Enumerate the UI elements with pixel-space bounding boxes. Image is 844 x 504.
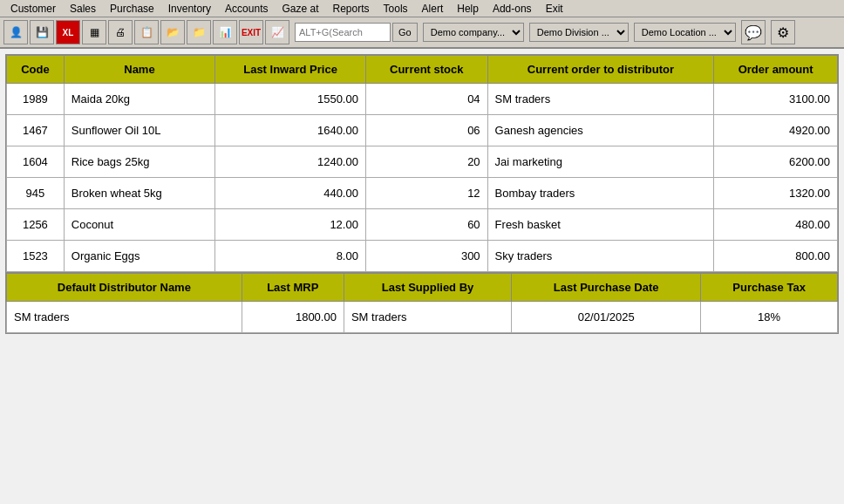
bottom-table: Default Distributor Name Last MRP Last S… bbox=[6, 272, 838, 333]
division-dropdown[interactable]: Demo Division ... bbox=[529, 23, 629, 42]
bottom-cell-last-purchase-date: 02/01/2025 bbox=[512, 302, 701, 333]
cell-last-inward-price: 440.00 bbox=[215, 178, 366, 209]
cell-last-inward-price: 1640.00 bbox=[215, 115, 366, 146]
toolbar-btn-6[interactable]: 📋 bbox=[134, 20, 159, 44]
cell-code: 1523 bbox=[7, 241, 65, 272]
bottom-cell-last-mrp: 1800.00 bbox=[242, 302, 344, 333]
cell-code: 1604 bbox=[7, 146, 65, 178]
cell-order-amount: 3100.00 bbox=[714, 84, 838, 115]
cell-current-order-dist: Ganesh agencies bbox=[487, 115, 714, 146]
cell-last-inward-price: 12.00 bbox=[215, 209, 366, 241]
bottom-table-row: SM traders 1800.00 SM traders 02/01/2025… bbox=[7, 302, 838, 333]
cell-order-amount: 800.00 bbox=[714, 241, 838, 272]
cell-name: Maida 20kg bbox=[64, 84, 214, 115]
toolbar-btn-exit[interactable]: EXIT bbox=[239, 20, 263, 44]
cell-last-inward-price: 1240.00 bbox=[215, 146, 366, 178]
menu-alert[interactable]: Alert bbox=[415, 2, 451, 16]
bottom-col-last-mrp: Last MRP bbox=[242, 273, 344, 302]
main-table: Code Name Last Inward Price Current stoc… bbox=[6, 55, 838, 272]
menubar: Customer Sales Purchase Inventory Accoun… bbox=[0, 0, 844, 17]
toolbar-btn-2[interactable]: 💾 bbox=[30, 20, 54, 44]
cell-order-amount: 1320.00 bbox=[714, 178, 838, 209]
toolbar-btn-10[interactable]: 📈 bbox=[265, 20, 289, 44]
cell-last-inward-price: 1550.00 bbox=[215, 84, 366, 115]
toolbar: 👤 💾 XL ▦ 🖨 📋 📂 📁 📊 EXIT 📈 Go Demo compan… bbox=[0, 17, 844, 49]
cell-order-amount: 4920.00 bbox=[714, 115, 838, 146]
cell-code: 945 bbox=[7, 178, 65, 209]
menu-reports[interactable]: Reports bbox=[326, 2, 377, 16]
cell-order-amount: 6200.00 bbox=[714, 146, 838, 178]
cell-current-stock: 06 bbox=[365, 115, 487, 146]
cell-current-order-dist: Sky traders bbox=[487, 241, 714, 272]
menu-gaze-at[interactable]: Gaze at bbox=[275, 2, 325, 16]
search-input[interactable] bbox=[295, 23, 391, 42]
cell-name: Broken wheat 5kg bbox=[64, 178, 214, 209]
menu-tools[interactable]: Tools bbox=[377, 2, 415, 16]
cell-code: 1467 bbox=[7, 115, 65, 146]
table-row: 1989 Maida 20kg 1550.00 04 SM traders 31… bbox=[7, 84, 838, 115]
tables-wrapper: Code Name Last Inward Price Current stoc… bbox=[5, 54, 839, 334]
table-row: 1256 Coconut 12.00 60 Fresh basket 480.0… bbox=[7, 209, 838, 241]
col-header-order-amount: Order amount bbox=[714, 56, 838, 84]
chat-icon-btn[interactable]: 💬 bbox=[741, 20, 766, 44]
col-header-current-stock: Current stock bbox=[365, 56, 487, 84]
cell-name: Organic Eggs bbox=[64, 241, 214, 272]
bottom-col-last-purchase-date: Last Purchase Date bbox=[512, 273, 701, 302]
table-row: 945 Broken wheat 5kg 440.00 12 Bombay tr… bbox=[7, 178, 838, 209]
cell-current-stock: 04 bbox=[365, 84, 487, 115]
bottom-cell-purchase-tax: 18% bbox=[701, 302, 838, 333]
menu-customer[interactable]: Customer bbox=[3, 2, 63, 16]
menu-accounts[interactable]: Accounts bbox=[218, 2, 275, 16]
col-header-current-order-dist: Current order to distributor bbox=[487, 56, 714, 84]
col-header-name: Name bbox=[64, 56, 214, 84]
cell-name: Rice bags 25kg bbox=[64, 146, 214, 178]
table-row: 1604 Rice bags 25kg 1240.00 20 Jai marke… bbox=[7, 146, 838, 178]
toolbar-btn-3[interactable]: XL bbox=[56, 20, 80, 44]
cell-current-order-dist: Bombay traders bbox=[487, 178, 714, 209]
bottom-cell-last-supplied: SM traders bbox=[344, 302, 511, 333]
location-dropdown[interactable]: Demo Location ... bbox=[634, 23, 736, 42]
menu-exit[interactable]: Exit bbox=[539, 2, 570, 16]
cell-current-order-dist: Fresh basket bbox=[487, 209, 714, 241]
toolbar-search: Go bbox=[295, 23, 418, 42]
cell-order-amount: 480.00 bbox=[714, 209, 838, 241]
col-header-last-inward-price: Last Inward Price bbox=[215, 56, 366, 84]
toolbar-btn-1[interactable]: 👤 bbox=[3, 20, 28, 44]
cell-name: Coconut bbox=[64, 209, 214, 241]
search-go-button[interactable]: Go bbox=[392, 23, 418, 42]
toolbar-btn-8[interactable]: 📁 bbox=[187, 20, 211, 44]
company-dropdown[interactable]: Demo company... bbox=[423, 23, 524, 42]
toolbar-btn-4[interactable]: ▦ bbox=[82, 20, 106, 44]
bottom-col-default-dist: Default Distributor Name bbox=[7, 273, 242, 302]
content-area: Code Name Last Inward Price Current stoc… bbox=[0, 49, 844, 339]
bottom-col-purchase-tax: Purchase Tax bbox=[701, 273, 838, 302]
menu-help[interactable]: Help bbox=[450, 2, 486, 16]
cell-name: Sunflower Oil 10L bbox=[64, 115, 214, 146]
menu-sales[interactable]: Sales bbox=[63, 2, 103, 16]
toolbar-btn-9[interactable]: 📊 bbox=[213, 20, 237, 44]
cell-current-order-dist: SM traders bbox=[487, 84, 714, 115]
col-header-code: Code bbox=[7, 56, 65, 84]
menu-purchase[interactable]: Purchase bbox=[103, 2, 161, 16]
bottom-col-last-supplied: Last Supplied By bbox=[344, 273, 511, 302]
cell-current-stock: 60 bbox=[365, 209, 487, 241]
cell-last-inward-price: 8.00 bbox=[215, 241, 366, 272]
toolbar-btn-5[interactable]: 🖨 bbox=[108, 20, 133, 44]
cell-current-stock: 20 bbox=[365, 146, 487, 178]
cell-code: 1256 bbox=[7, 209, 65, 241]
menu-inventory[interactable]: Inventory bbox=[161, 2, 218, 16]
cell-current-stock: 300 bbox=[365, 241, 487, 272]
bottom-cell-default-dist: SM traders bbox=[7, 302, 242, 333]
menu-addons[interactable]: Add-ons bbox=[486, 2, 539, 16]
toolbar-btn-7[interactable]: 📂 bbox=[160, 20, 185, 44]
cell-current-stock: 12 bbox=[365, 178, 487, 209]
cell-current-order-dist: Jai marketing bbox=[487, 146, 714, 178]
table-row: 1467 Sunflower Oil 10L 1640.00 06 Ganesh… bbox=[7, 115, 838, 146]
settings-icon-btn[interactable]: ⚙ bbox=[771, 20, 795, 44]
cell-code: 1989 bbox=[7, 84, 65, 115]
table-row: 1523 Organic Eggs 8.00 300 Sky traders 8… bbox=[7, 241, 838, 272]
